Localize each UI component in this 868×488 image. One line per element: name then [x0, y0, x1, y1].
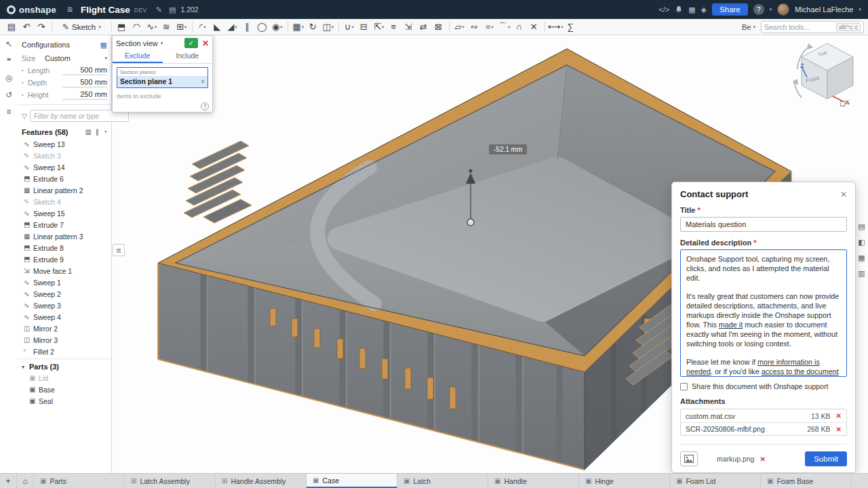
home-button[interactable]: ⌂ — [17, 474, 34, 488]
apps-icon[interactable]: ▦ — [688, 5, 695, 14]
notifications-icon[interactable] — [675, 5, 683, 14]
add-markup-button[interactable] — [680, 451, 698, 466]
outline-icon[interactable]: ≡ — [6, 107, 11, 117]
chamfer-icon[interactable]: ◣ — [210, 20, 225, 34]
remove-plane-icon[interactable]: × — [201, 78, 205, 85]
features-panel-handle[interactable]: ≣ — [113, 244, 125, 256]
feature-item[interactable]: ✎ Sketch 4 — [22, 196, 107, 207]
circular-pattern-icon[interactable]: ↻ — [306, 20, 321, 34]
config-param-input[interactable]: 250 mm — [62, 90, 107, 100]
feature-item[interactable]: ◫ Mirror 2 — [22, 323, 107, 334]
feature-item[interactable]: ⬒ Extrude 9 — [22, 253, 107, 265]
material-panel-icon[interactable]: ▤ — [858, 222, 865, 231]
rewards-icon[interactable]: ◈ — [701, 5, 707, 14]
version-number[interactable]: 1.202 — [180, 5, 198, 14]
pointer-tool-icon[interactable]: ↖ — [5, 39, 12, 49]
mirror-icon[interactable]: ◫▾ — [321, 20, 336, 34]
intersection-curve-icon[interactable]: ∩ — [512, 20, 527, 34]
section-plane-item[interactable]: Section plane 1 × — [117, 76, 208, 87]
rib-icon[interactable]: ∥ — [240, 20, 255, 34]
feature-item[interactable]: ✎ Sketch 3 — [22, 150, 107, 161]
feature-item[interactable]: ⬒ Extrude 6 — [22, 173, 107, 184]
comments-icon[interactable]: ❝ — [7, 56, 11, 66]
delete-face-icon[interactable]: ⊠ — [431, 20, 446, 34]
section-help-icon[interactable]: ? — [201, 102, 209, 110]
feature-item[interactable]: ⇲ Move face 1 — [22, 265, 107, 277]
replace-face-icon[interactable]: ⇄ — [416, 20, 431, 34]
featurescript-icon[interactable]: </> — [658, 5, 669, 14]
rollback-history-icon[interactable]: ◔ — [103, 128, 107, 136]
fillet-icon[interactable]: ◜▾ — [195, 20, 210, 34]
measure-icon[interactable]: ⟷▾ — [548, 20, 564, 34]
main-menu-icon[interactable]: ≡ — [67, 4, 73, 15]
feature-filter-icon[interactable]: ▥ — [85, 128, 92, 136]
history-icon[interactable]: ↺ — [5, 90, 12, 100]
user-menu[interactable]: Michael LaFleche — [795, 5, 853, 14]
tab-foam-base[interactable]: ▣ Foam Base — [761, 474, 852, 488]
revolve-icon[interactable]: ◠ — [130, 20, 144, 34]
trim-curve-icon[interactable]: ✕ — [527, 20, 542, 34]
tab-parts[interactable]: ▣ Parts — [34, 474, 125, 488]
description-textarea[interactable]: Onshape Support tool, capturing my scree… — [680, 249, 847, 377]
split-icon[interactable]: ⊟ — [357, 20, 372, 34]
section-offset-handle[interactable] — [467, 219, 474, 226]
offset-surface-icon[interactable]: ≡ — [387, 20, 401, 34]
tab-foam-lid[interactable]: ▣ Foam Lid — [670, 474, 761, 488]
thicken-icon[interactable]: ⊞▾ — [174, 20, 189, 34]
feature-item[interactable]: ∿ Sweep 4 — [22, 311, 107, 323]
part-item[interactable]: ▣ Seal — [22, 395, 107, 407]
feature-item[interactable]: ∿ Sweep 14 — [22, 161, 107, 173]
feature-item[interactable]: ∿ Sweep 13 — [22, 138, 107, 150]
submit-button[interactable]: Submit — [805, 451, 847, 466]
feature-item[interactable]: ▦ Linear pattern 2 — [22, 184, 107, 196]
feature-item[interactable]: ◜ Fillet 2 — [22, 346, 107, 357]
sketch-button[interactable]: ✎ Sketch ▾ — [58, 21, 106, 33]
cancel-section-button[interactable]: ✕ — [202, 39, 209, 48]
extrude-icon[interactable]: ⬒ — [115, 20, 130, 34]
appearance-panel-icon[interactable]: ◧ — [858, 238, 865, 247]
tab-exclude[interactable]: Exclude — [113, 50, 163, 63]
transform-icon[interactable]: ⇱▾ — [372, 20, 387, 34]
new-tab-button[interactable]: + — [0, 474, 17, 488]
remove-markup-icon[interactable]: ✕ — [760, 455, 765, 463]
user-avatar[interactable] — [777, 3, 789, 16]
share-button[interactable]: Share — [712, 3, 748, 16]
config-param-input[interactable]: 500 mm — [62, 78, 107, 87]
part-item[interactable]: ▣ Lid — [22, 372, 107, 384]
feature-item[interactable]: ∿ Sweep 1 — [22, 277, 107, 288]
help-button[interactable]: ? — [753, 4, 764, 15]
undo-icon[interactable]: ↶ — [19, 20, 34, 34]
tab-handle[interactable]: ▣ Handle — [488, 474, 579, 488]
share-document-checkbox[interactable] — [680, 383, 688, 390]
tab-handle-assembly[interactable]: ⊞ Handle Assembly — [216, 474, 307, 488]
custom-feature-button[interactable]: Be ▾ — [742, 23, 755, 31]
spline-icon[interactable]: ≈▾ — [482, 20, 497, 34]
title-field[interactable] — [680, 217, 847, 232]
feature-item[interactable]: ∿ Sweep 15 — [22, 207, 107, 219]
feature-item[interactable]: ⬒ Extrude 8 — [22, 242, 107, 253]
tables-panel-icon[interactable]: ▦ — [858, 253, 865, 262]
feature-item[interactable]: ▦ Linear pattern 3 — [22, 230, 107, 242]
linear-pattern-icon[interactable]: ▦▾ — [291, 20, 306, 34]
remove-attachment-icon[interactable]: ✕ — [836, 426, 842, 433]
tab-case[interactable]: ▣ Case — [307, 474, 397, 488]
follow-mode-icon[interactable]: ◎ — [5, 73, 12, 83]
config-param-input[interactable]: 500 mm — [62, 66, 107, 75]
project-curve-icon[interactable]: ⌒▾ — [497, 20, 512, 34]
close-support-dialog-icon[interactable]: ✕ — [840, 190, 847, 199]
tab-latch-assembly[interactable]: ⊞ Latch Assembly — [125, 474, 216, 488]
helix-icon[interactable]: ∾ — [467, 20, 482, 34]
view-cube[interactable]: Top Front Z X — [792, 38, 863, 108]
redo-icon[interactable]: ↷ — [34, 20, 49, 34]
rename-document-icon[interactable]: ✎ — [156, 5, 162, 14]
tab-include[interactable]: Include — [163, 50, 213, 63]
feature-item[interactable]: ⬒ Extrude 7 — [22, 219, 107, 230]
draft-icon[interactable]: ◢▾ — [225, 20, 240, 34]
feature-item[interactable]: ∿ Sweep 2 — [22, 288, 107, 300]
plane-icon[interactable]: ▱▾ — [452, 20, 467, 34]
versions-icon[interactable]: ▤ — [169, 5, 176, 14]
search-tools-input[interactable] — [764, 23, 833, 31]
sweep-icon[interactable]: ∿▾ — [144, 20, 159, 34]
part-item[interactable]: ▣ Base — [22, 384, 107, 395]
loft-icon[interactable]: ≋ — [159, 20, 174, 34]
